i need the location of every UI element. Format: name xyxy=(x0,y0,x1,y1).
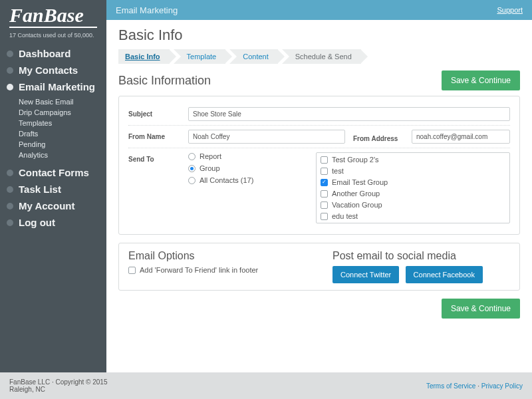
footer-location: Raleigh, NC xyxy=(9,386,107,393)
save-continue-button-top[interactable]: Save & Continue xyxy=(442,70,520,90)
checkbox-icon xyxy=(321,179,328,186)
page-title: Basic Info xyxy=(118,27,520,44)
nav-label: Log out xyxy=(19,217,55,228)
bullet-icon xyxy=(7,67,13,74)
group-another-group[interactable]: Another Group xyxy=(321,190,505,198)
nav-item-dashboard[interactable]: Dashboard xyxy=(0,45,106,62)
social-col: Post email to social media Connect Twitt… xyxy=(332,250,510,283)
nav-item-my-account[interactable]: My Account xyxy=(0,198,106,214)
crumb-content[interactable]: Content xyxy=(229,49,278,64)
subject-input[interactable] xyxy=(188,107,510,121)
radio-icon xyxy=(188,153,196,160)
label-from-name: From Name xyxy=(128,130,188,140)
email-options-heading: Email Options xyxy=(128,250,306,262)
footer-copyright: FanBase LLC · Copyright © 2015 xyxy=(9,378,107,386)
nav-item-email-marketing[interactable]: Email Marketing xyxy=(0,78,106,95)
content: Basic Info Basic InfoTemplateContentSche… xyxy=(106,20,532,327)
connect-facebook-button[interactable]: Connect Facebook xyxy=(406,266,483,283)
radio-group[interactable]: Group xyxy=(188,164,308,172)
section-title: Basic Information xyxy=(118,74,211,88)
nav-item-contact-forms[interactable]: Contact Forms xyxy=(0,164,106,181)
footer-left: FanBase LLC · Copyright © 2015 Raleigh, … xyxy=(9,378,107,393)
radio-icon xyxy=(188,177,196,184)
checkbox-icon xyxy=(321,213,328,220)
bullet-icon xyxy=(7,219,13,226)
group-email-test-group[interactable]: Email Test Group xyxy=(321,178,505,186)
groups-listbox[interactable]: Test Group 2'stestEmail Test GroupAnothe… xyxy=(316,152,510,223)
basic-info-panel: Subject From Name From Address Send To R… xyxy=(118,96,520,235)
radio-icon xyxy=(188,165,196,172)
nav-label: Dashboard xyxy=(19,48,70,59)
bottom-save-row: Save & Continue xyxy=(118,299,520,319)
radio-label: Report xyxy=(200,152,221,160)
send-to-radios: ReportGroupAll Contacts (17) xyxy=(188,152,308,223)
nav-item-log-out[interactable]: Log out xyxy=(0,214,106,231)
nav-item-my-contacts[interactable]: My Contacts xyxy=(0,62,106,78)
usage-text: 17 Contacts used out of 50,000. xyxy=(0,32,106,45)
group-vacation-group[interactable]: Vacation Group xyxy=(321,201,505,209)
connect-twitter-button[interactable]: Connect Twitter xyxy=(332,266,399,283)
subnav-pending[interactable]: Pending xyxy=(19,139,106,150)
bullet-icon xyxy=(7,51,13,57)
subnav-analytics[interactable]: Analytics xyxy=(19,150,106,160)
footer-right: Terms of Service · Privacy Policy xyxy=(426,382,523,390)
group-edu-test[interactable]: edu test xyxy=(321,212,505,220)
email-options-col: Email Options Add 'Forward To Friend' li… xyxy=(128,250,306,283)
checkbox-icon xyxy=(321,168,328,175)
support-link[interactable]: Support xyxy=(497,6,523,14)
breadcrumb: Basic InfoTemplateContentSchedule & Send xyxy=(118,49,520,64)
footer-sep: · xyxy=(475,382,481,390)
save-continue-button-bottom[interactable]: Save & Continue xyxy=(442,299,520,319)
footer: FanBase LLC · Copyright © 2015 Raleigh, … xyxy=(0,372,532,399)
bullet-icon xyxy=(7,203,13,209)
social-heading: Post email to social media xyxy=(332,250,510,262)
radio-report[interactable]: Report xyxy=(188,152,308,160)
main-area: Email Marketing Support Basic Info Basic… xyxy=(106,0,532,372)
nav-label: My Account xyxy=(19,200,74,211)
nav-item-task-list[interactable]: Task List xyxy=(0,181,106,198)
radio-label: All Contacts (17) xyxy=(200,176,253,184)
logo-underline xyxy=(9,27,97,28)
group-label: test xyxy=(332,167,344,175)
from-name-input[interactable] xyxy=(188,130,345,144)
crumb-template[interactable]: Template xyxy=(174,49,226,64)
brand-logo: FanBase xyxy=(0,0,106,25)
row-subject: Subject xyxy=(128,103,510,126)
section-header-row: Basic Information Save & Continue xyxy=(118,70,520,90)
from-address-input[interactable] xyxy=(412,130,510,144)
row-from: From Name From Address xyxy=(128,126,510,148)
subnav-templates[interactable]: Templates xyxy=(19,118,106,128)
group-label: Vacation Group xyxy=(332,201,382,209)
tos-link[interactable]: Terms of Service xyxy=(426,382,475,390)
row-send-to: Send To ReportGroupAll Contacts (17) Tes… xyxy=(128,148,510,227)
topbar: Email Marketing Support xyxy=(106,0,532,20)
checkbox-icon xyxy=(321,190,328,198)
topbar-title: Email Marketing xyxy=(116,5,178,15)
subnav-drip-campaigns[interactable]: Drip Campaigns xyxy=(19,107,106,118)
bullet-icon xyxy=(7,186,13,193)
sub-nav: New Basic EmailDrip CampaignsTemplatesDr… xyxy=(0,95,106,164)
group-label: edu test xyxy=(332,212,358,220)
forward-to-friend-checkbox[interactable]: Add 'Forward To Friend' link in footer xyxy=(128,266,306,274)
crumb-basic-info[interactable]: Basic Info xyxy=(118,49,170,64)
radio-all-contacts-[interactable]: All Contacts (17) xyxy=(188,176,308,184)
label-send-to: Send To xyxy=(128,152,188,163)
subnav-new-basic-email[interactable]: New Basic Email xyxy=(19,96,106,107)
bullet-icon xyxy=(7,84,13,90)
checkbox-icon xyxy=(128,267,136,274)
crumb-schedule-send[interactable]: Schedule & Send xyxy=(282,49,361,64)
sidebar: FanBase 17 Contacts used out of 50,000. … xyxy=(0,0,106,372)
checkbox-icon xyxy=(321,201,328,209)
forward-label: Add 'Forward To Friend' link in footer xyxy=(140,266,258,274)
group-test-group-2-s[interactable]: Test Group 2's xyxy=(321,156,505,164)
options-panel: Email Options Add 'Forward To Friend' li… xyxy=(118,243,520,291)
radio-label: Group xyxy=(200,164,220,172)
group-label: Email Test Group xyxy=(332,178,388,186)
privacy-link[interactable]: Privacy Policy xyxy=(481,382,523,390)
bullet-icon xyxy=(7,170,13,176)
subnav-drafts[interactable]: Drafts xyxy=(19,128,106,139)
label-subject: Subject xyxy=(128,107,188,118)
nav-label: Task List xyxy=(19,184,61,195)
group-test[interactable]: test xyxy=(321,167,505,175)
group-label: Test Group 2's xyxy=(332,156,379,164)
